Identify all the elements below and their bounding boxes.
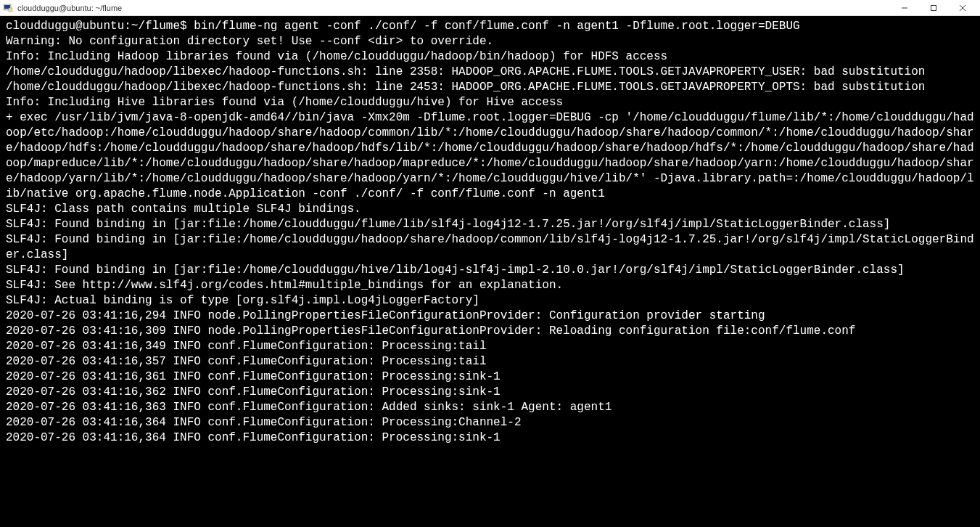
terminal-line: Warning: No configuration directory set!… <box>6 34 974 49</box>
terminal-line: Info: Including Hive libraries found via… <box>6 95 974 110</box>
terminal-line: 2020-07-26 03:41:16,363 INFO conf.FlumeC… <box>6 400 974 415</box>
terminal-line: SLF4J: Actual binding is of type [org.sl… <box>6 293 974 309</box>
terminal-line: /home/cloudduggu/hadoop/libexec/hadoop-f… <box>6 80 974 95</box>
svg-rect-2 <box>9 8 12 12</box>
terminal-line: SLF4J: Found binding in [jar:file:/home/… <box>6 217 974 232</box>
terminal-line: SLF4J: See http://www.slf4j.org/codes.ht… <box>6 278 974 293</box>
putty-icon <box>3 3 13 13</box>
terminal-line: 2020-07-26 03:41:16,349 INFO conf.FlumeC… <box>6 339 974 354</box>
terminal-line: cloudduggu@ubuntu:~/flume$ bin/flume-ng … <box>6 19 974 34</box>
terminal-line: SLF4J: Class path contains multiple SLF4… <box>6 202 974 217</box>
close-button[interactable] <box>948 0 977 16</box>
terminal-output[interactable]: cloudduggu@ubuntu:~/flume$ bin/flume-ng … <box>0 16 980 527</box>
window-title: cloudduggu@ubuntu: ~/flume <box>17 4 890 12</box>
window-controls <box>890 0 977 16</box>
svg-rect-4 <box>931 5 936 10</box>
terminal-line: SLF4J: Found binding in [jar:file:/home/… <box>6 232 974 263</box>
terminal-line: + exec /usr/lib/jvm/java-8-openjdk-amd64… <box>6 110 974 202</box>
terminal-line: 2020-07-26 03:41:16,309 INFO node.Pollin… <box>6 324 974 339</box>
maximize-button[interactable] <box>919 0 948 16</box>
terminal-line: 2020-07-26 03:41:16,357 INFO conf.FlumeC… <box>6 354 974 369</box>
terminal-line: 2020-07-26 03:41:16,361 INFO conf.FlumeC… <box>6 369 974 385</box>
terminal-line: /home/cloudduggu/hadoop/libexec/hadoop-f… <box>6 65 974 80</box>
window: cloudduggu@ubuntu: ~/flume cloudduggu@ub… <box>0 0 980 527</box>
terminal-line: 2020-07-26 03:41:16,364 INFO conf.FlumeC… <box>6 430 974 446</box>
terminal-line: 2020-07-26 03:41:16,294 INFO node.Pollin… <box>6 309 974 324</box>
terminal-line: Info: Including Hadoop libraries found v… <box>6 49 974 65</box>
terminal-line: SLF4J: Found binding in [jar:file:/home/… <box>6 263 974 278</box>
terminal-line: 2020-07-26 03:41:16,364 INFO conf.FlumeC… <box>6 415 974 430</box>
terminal-line: 2020-07-26 03:41:16,362 INFO conf.FlumeC… <box>6 385 974 400</box>
minimize-button[interactable] <box>890 0 919 16</box>
titlebar[interactable]: cloudduggu@ubuntu: ~/flume <box>0 0 980 16</box>
